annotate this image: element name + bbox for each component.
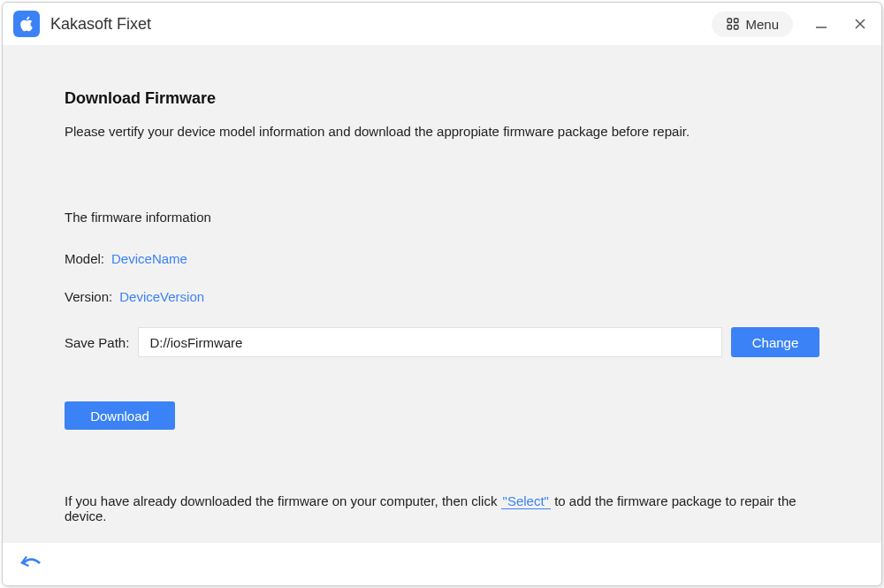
bottombar	[3, 543, 881, 585]
svg-rect-3	[735, 26, 739, 30]
app-window: Kakasoft Fixet Menu	[2, 2, 882, 586]
save-path-row: Save Path: Change	[65, 327, 819, 357]
footer-text: If you have already downloaded the firmw…	[65, 493, 819, 523]
close-button[interactable]	[850, 13, 871, 34]
app-title: Kakasoft Fixet	[50, 15, 712, 34]
svg-rect-2	[728, 26, 732, 30]
menu-button[interactable]: Menu	[712, 11, 793, 37]
window-controls	[811, 13, 871, 34]
minimize-button[interactable]	[811, 13, 832, 34]
content-area: Download Firmware Please vertify your de…	[3, 45, 881, 543]
version-value: DeviceVersion	[119, 289, 204, 304]
version-row: Version: DeviceVersion	[65, 289, 819, 304]
app-logo-icon	[13, 11, 40, 37]
svg-rect-1	[735, 19, 739, 23]
minimize-icon	[814, 17, 828, 31]
svg-rect-0	[728, 19, 732, 23]
page-title: Download Firmware	[65, 89, 819, 108]
model-row: Model: DeviceName	[65, 251, 819, 266]
back-button[interactable]	[19, 552, 43, 577]
select-link[interactable]: "Select"	[501, 493, 551, 509]
menu-grid-icon	[726, 17, 740, 31]
back-arrow-icon	[19, 554, 42, 574]
close-icon	[853, 17, 867, 31]
footer-prefix: If you have already downloaded the firmw…	[65, 493, 501, 508]
titlebar: Kakasoft Fixet Menu	[3, 3, 881, 45]
download-button[interactable]: Download	[65, 401, 175, 430]
change-button[interactable]: Change	[731, 327, 819, 357]
menu-label: Menu	[745, 17, 779, 32]
page-subtitle: Please vertify your device model informa…	[65, 124, 819, 139]
save-path-input[interactable]	[138, 327, 722, 357]
save-path-label: Save Path:	[65, 335, 129, 350]
version-label: Version:	[65, 289, 112, 304]
model-value: DeviceName	[111, 251, 187, 266]
firmware-info-label: The firmware information	[65, 210, 819, 225]
model-label: Model:	[65, 251, 104, 266]
